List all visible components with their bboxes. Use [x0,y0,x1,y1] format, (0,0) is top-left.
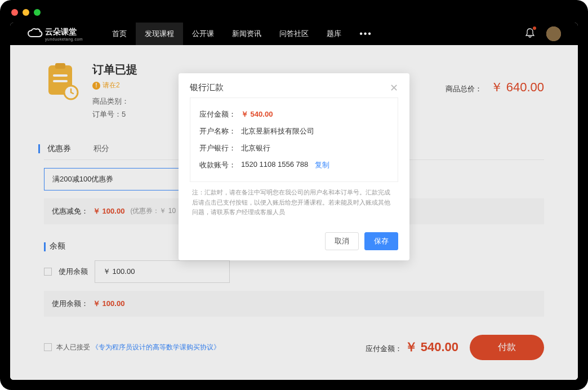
svg-rect-3 [53,80,68,82]
cloud-logo-icon [27,28,43,40]
main-nav: 首页 发现课程 公开课 新闻资讯 问答社区 题库 ••• [103,23,381,45]
used-balance-value: ￥ 100.00 [93,299,124,309]
modal-title: 银行汇款 [190,82,224,93]
agreement-checkbox[interactable] [44,343,52,351]
nav-more-icon[interactable]: ••• [350,23,381,45]
agreement-link[interactable]: 《专为程序员设计的高等数学课购买协议》 [92,343,220,351]
nav-bank[interactable]: 题库 [318,23,350,45]
modal-account-name-label: 开户名称： [199,126,241,136]
modal-account-number-label: 收款账号： [199,160,241,170]
window-controls [11,9,41,16]
use-balance-label: 使用余额 [59,267,88,277]
clipboard-clock-icon [44,62,81,99]
top-nav: 云朵课堂 yunduoketang.com 首页 发现课程 公开课 新闻资讯 问… [10,23,578,45]
modal-account-number-value: 1520 1108 1556 788 [241,160,308,170]
nav-news[interactable]: 新闻资讯 [223,23,270,45]
discount-value: ￥ 100.00 [93,206,124,216]
close-window-icon[interactable] [11,9,18,16]
modal-note: 注：汇款时，请在备注中写明您在我公司的用户名和本订单号。汇款完成后请点击已支付按… [190,182,398,220]
minimize-window-icon[interactable] [23,9,29,16]
used-balance-label: 使用余额： [52,299,88,309]
save-button[interactable]: 保存 [364,232,398,250]
balance-amount-input[interactable]: ￥ 100.00 [95,260,230,283]
maximize-window-icon[interactable] [34,9,41,16]
payable-value: ￥ 540.00 [405,340,458,354]
tab-points[interactable]: 积分 [90,138,113,159]
modal-bank-label: 开户银行： [199,143,241,153]
modal-amount-value: ￥ 540.00 [241,109,273,119]
warning-icon: ! [92,82,100,90]
bank-transfer-modal: 银行汇款 ✕ 应付金额： ￥ 540.00 开户名称： 北京昱新科技有限公司 开… [179,73,409,260]
modal-amount-label: 应付金额： [199,109,241,119]
total-label: 商品总价： [446,85,482,93]
tab-coupon[interactable]: 优惠券 [44,138,74,159]
pay-button[interactable]: 付款 [470,335,544,360]
use-balance-checkbox[interactable] [44,268,52,276]
brand-name: 云朵课堂 [45,27,83,37]
total-value: ￥ 640.00 [491,80,544,94]
notification-dot-icon [533,26,536,30]
brand-sub: yunduoketang.com [45,37,83,41]
copy-link[interactable]: 复制 [315,160,329,170]
nav-public[interactable]: 公开课 [183,23,223,45]
notification-bell-icon[interactable] [525,28,535,40]
svg-rect-1 [55,63,65,69]
order-warning-text: 请在2 [103,81,120,90]
payable-label: 应付金额： [366,344,402,353]
discount-label: 优惠减免： [52,206,88,216]
modal-bank-value: 北京银行 [241,143,270,153]
svg-rect-2 [53,74,68,77]
user-avatar[interactable] [546,26,561,41]
cancel-button[interactable]: 取消 [325,232,359,250]
discount-note: (优惠券：￥ 10 [130,206,176,216]
agreement-prefix: 本人已接受 [56,343,90,351]
nav-discover[interactable]: 发现课程 [136,23,183,45]
modal-close-icon[interactable]: ✕ [390,83,398,93]
modal-account-name-value: 北京昱新科技有限公司 [241,126,314,136]
brand-logo[interactable]: 云朵课堂 yunduoketang.com [27,27,83,41]
nav-home[interactable]: 首页 [103,23,136,45]
nav-qa[interactable]: 问答社区 [270,23,318,45]
